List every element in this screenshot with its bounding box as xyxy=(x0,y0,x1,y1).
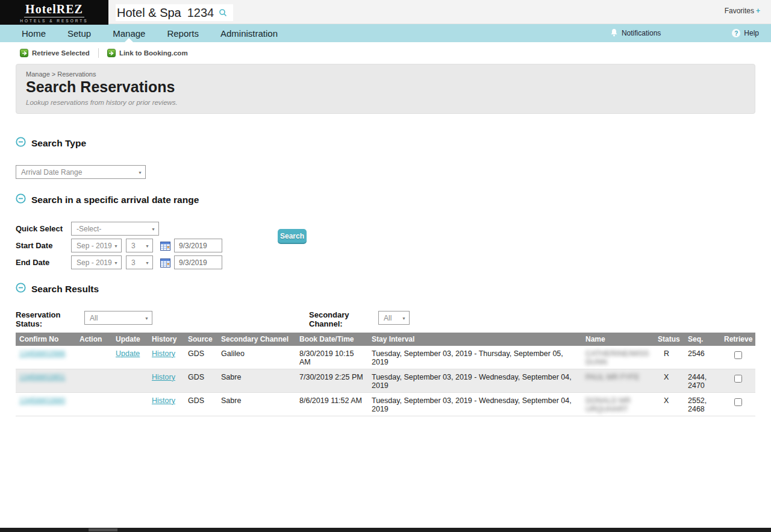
quick-select-dropdown[interactable]: -Select- ▼ xyxy=(71,222,159,236)
confirm-no-link[interactable]: 13458802880 xyxy=(19,396,65,405)
search-button[interactable]: Search xyxy=(278,229,307,243)
favorites-label: Favorites xyxy=(725,7,754,15)
nav-item-reports[interactable]: Reports xyxy=(156,24,210,42)
history-link[interactable]: History xyxy=(152,373,175,381)
page-title: Search Reservations xyxy=(26,78,745,96)
retrieve-selected-label: Retrieve Selected xyxy=(32,49,90,57)
end-date-input[interactable] xyxy=(174,255,222,269)
search-type-value: Arrival Date Range xyxy=(21,168,82,177)
guest-name-cell: CATHERINE/MISS DUNN xyxy=(582,346,654,369)
retrieve-checkbox[interactable] xyxy=(734,351,742,359)
property-name: Hotel & Spa xyxy=(117,6,181,20)
nav-item-label: Setup xyxy=(67,28,91,39)
confirm-no-link[interactable]: 13458802851 xyxy=(19,373,65,381)
property-code: 1234 xyxy=(187,6,214,20)
retrieve-checkbox[interactable] xyxy=(734,375,742,383)
nav-item-manage[interactable]: Manage xyxy=(102,24,156,42)
property-search-icon[interactable] xyxy=(219,6,227,20)
link-to-booking-button[interactable]: Link to Booking.com xyxy=(107,49,188,57)
action-cell xyxy=(76,346,112,369)
collapse-icon[interactable] xyxy=(16,283,26,295)
table-row: 13458802851 History GDS Sabre 7/30/2019 … xyxy=(16,369,755,392)
retrieve-header-label: Retrieve xyxy=(724,335,752,343)
update-cell xyxy=(112,392,148,416)
history-link[interactable]: History xyxy=(152,349,175,358)
col-action: Action xyxy=(76,333,112,346)
main-nav: Home Setup Manage Reports Administration… xyxy=(0,24,771,42)
col-source: Source xyxy=(184,333,217,346)
seq-cell: 2444, 2470 xyxy=(684,369,720,392)
update-cell xyxy=(112,369,148,392)
source-cell: GDS xyxy=(184,392,217,416)
horizontal-scrollbar[interactable] xyxy=(0,528,771,532)
notifications-button[interactable]: Notifications xyxy=(610,28,661,39)
col-retrieve: Retrieve xyxy=(720,333,755,346)
confirm-no-link[interactable]: 13458802986 xyxy=(19,349,65,358)
collapse-icon[interactable] xyxy=(16,193,26,206)
nav-item-setup[interactable]: Setup xyxy=(57,24,102,42)
hotelrez-logo[interactable]: HotelREZ HOTELS & RESORTS xyxy=(0,0,108,25)
help-button[interactable]: ? Help xyxy=(732,29,759,37)
stay-interval-cell: Tuesday, September 03, 2019 - Wednesday,… xyxy=(368,392,582,416)
retrieve-checkbox[interactable] xyxy=(734,398,742,406)
collapse-icon[interactable] xyxy=(16,137,26,149)
end-day-dropdown[interactable]: 3 ▼ xyxy=(126,255,153,269)
status-cell: X xyxy=(654,392,684,416)
nav-utilities: Notifications ? Help xyxy=(610,28,759,39)
breadcrumb: Manage > Reservations xyxy=(26,70,745,78)
search-type-select[interactable]: Arrival Date Range ▼ xyxy=(16,165,146,179)
reservation-status-dropdown[interactable]: All ▼ xyxy=(84,311,152,325)
end-day-value: 3 xyxy=(131,258,136,267)
seq-cell: 2546 xyxy=(684,346,720,369)
table-row: 13458802880 History GDS Sabre 8/6/2019 1… xyxy=(16,392,755,416)
col-confirm-no: Confirm No xyxy=(16,333,76,346)
reservation-status-value: All xyxy=(90,314,98,322)
secondary-channel-label: Secondary Channel: xyxy=(309,311,378,329)
nav-item-home[interactable]: Home xyxy=(22,24,57,42)
table-header-row: Confirm No Action Update History Source … xyxy=(16,333,755,346)
date-range-section-header: Search in a specific arrival date range xyxy=(16,193,755,206)
seq-cell: 2552, 2468 xyxy=(684,392,720,416)
end-calendar-icon[interactable] xyxy=(160,258,170,268)
property-title: Hotel & Spa 1234 xyxy=(116,4,233,21)
logo-subtitle: HOTELS & RESORTS xyxy=(20,19,88,23)
chevron-down-icon: ▼ xyxy=(145,316,149,320)
start-date-input[interactable] xyxy=(174,239,222,252)
table-row: 13458802986 Update History GDS Galileo 8… xyxy=(16,346,755,369)
chevron-down-icon: ▼ xyxy=(145,243,149,248)
col-name: Name xyxy=(582,333,654,346)
col-book-datetime: Book Date/Time xyxy=(296,333,368,346)
nav-item-administration[interactable]: Administration xyxy=(210,24,289,42)
scrollbar-thumb[interactable] xyxy=(89,528,117,531)
toolbar-divider xyxy=(98,48,99,58)
page-subtitle: Lookup reservations from history or prio… xyxy=(26,99,745,106)
date-range-form: Quick Select -Select- ▼ Start Date Sep -… xyxy=(16,222,755,269)
start-month-dropdown[interactable]: Sep - 2019 ▼ xyxy=(71,239,122,252)
col-status: Status xyxy=(654,333,684,346)
start-day-value: 3 xyxy=(131,242,136,250)
retrieve-selected-button[interactable]: Retrieve Selected xyxy=(20,49,90,57)
search-type-section-header: Search Type xyxy=(16,137,755,149)
start-date-row: Start Date Sep - 2019 ▼ 3 ▼ xyxy=(16,239,755,252)
secondary-channel-cell: Galileo xyxy=(217,346,296,369)
status-cell: R xyxy=(654,346,684,369)
action-cell xyxy=(76,369,112,392)
favorites-button[interactable]: Favorites+ xyxy=(725,7,760,15)
secondary-channel-dropdown[interactable]: All ▼ xyxy=(378,311,410,325)
start-calendar-icon[interactable] xyxy=(160,241,170,251)
col-secondary-channel: Secondary Channel xyxy=(217,333,296,346)
page: HotelREZ HOTELS & RESORTS Hotel & Spa 12… xyxy=(0,0,771,532)
book-datetime-cell: 8/30/2019 10:15 AM xyxy=(296,346,368,369)
end-month-dropdown[interactable]: Sep - 2019 ▼ xyxy=(71,255,122,269)
history-link[interactable]: History xyxy=(152,396,175,405)
update-link[interactable]: Update xyxy=(116,349,140,358)
start-day-dropdown[interactable]: 3 ▼ xyxy=(126,239,153,252)
col-update: Update xyxy=(112,333,148,346)
chevron-down-icon: ▼ xyxy=(402,316,406,320)
active-tab-notch xyxy=(125,38,133,42)
search-type-title: Search Type xyxy=(31,138,86,149)
guest-name-cell: PAUL MR FYFE xyxy=(582,369,654,392)
end-date-row: End Date Sep - 2019 ▼ 3 ▼ xyxy=(16,255,755,269)
source-cell: GDS xyxy=(184,346,217,369)
stay-interval-cell: Tuesday, September 03, 2019 - Wednesday,… xyxy=(368,369,582,392)
